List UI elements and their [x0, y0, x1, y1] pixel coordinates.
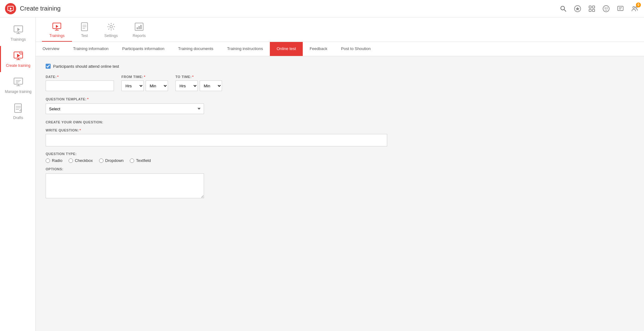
to-time-hrs-select[interactable]: Hrs — [175, 80, 198, 91]
smiley-icon[interactable] — [602, 4, 610, 13]
sidebar-item-drafts-label: Drafts — [13, 116, 23, 120]
chat-icon[interactable] — [616, 4, 625, 13]
nav-tab-participants-information[interactable]: Participants information — [116, 42, 171, 56]
nav-tab-training-information[interactable]: Training information — [66, 42, 115, 56]
from-time-field-group: FROM TIME:* Hrs Min — [121, 75, 168, 91]
radio-option-textfield[interactable]: Textfield — [130, 158, 151, 163]
question-type-group: QUESTION TYPE: Radio Checkbox Dropdown — [46, 152, 634, 163]
options-textarea[interactable] — [46, 173, 204, 198]
question-type-options: Radio Checkbox Dropdown Textfield — [46, 158, 634, 163]
tab-reports[interactable]: Reports — [125, 17, 153, 42]
from-time-row: Hrs Min — [121, 80, 168, 91]
question-template-group: QUESTION TEMPLATE:* Select — [46, 97, 634, 114]
tab-test-label: Test — [81, 34, 88, 38]
notification-badge: 0 — [636, 2, 641, 7]
main-content: Trainings Test Settings — [36, 17, 644, 331]
tab-trainings[interactable]: Trainings — [42, 17, 72, 42]
header-icons: 0 — [559, 4, 639, 13]
main-layout: Trainings Create training — [0, 17, 644, 331]
search-icon[interactable] — [559, 4, 568, 13]
radio-input-dropdown[interactable] — [99, 159, 103, 163]
attend-online-test-checkbox[interactable] — [46, 64, 51, 69]
radio-option-radio[interactable]: Radio — [46, 158, 62, 163]
page-title: Create training — [20, 5, 61, 12]
tab-settings-label: Settings — [104, 34, 118, 38]
svg-rect-53 — [140, 25, 142, 29]
star-badge-icon[interactable] — [573, 4, 582, 13]
nav-tab-online-test[interactable]: Online test — [270, 42, 303, 56]
checkbox-row: Participants should attend online test — [46, 64, 634, 69]
date-required: * — [57, 75, 59, 79]
svg-point-49 — [110, 25, 112, 28]
radio-option-radio-label: Radio — [52, 158, 62, 163]
create-own-section: CREATE YOUR OWN QUESTION: — [46, 120, 634, 124]
svg-rect-10 — [589, 9, 591, 11]
nav-tab-post-to-shoution[interactable]: Post to Shoution — [334, 42, 377, 56]
create-own-label: CREATE YOUR OWN QUESTION: — [46, 120, 634, 124]
svg-point-4 — [561, 6, 565, 10]
radio-input-checkbox[interactable] — [69, 159, 73, 163]
from-time-hrs-select[interactable]: Hrs — [121, 80, 144, 91]
app-logo — [5, 3, 16, 14]
sidebar-item-manage-training-label: Manage training — [5, 90, 31, 94]
to-time-label: TO TIME:* — [175, 75, 222, 79]
tab-test[interactable]: Test — [72, 17, 97, 42]
svg-rect-31 — [14, 78, 23, 84]
svg-rect-15 — [618, 6, 623, 11]
write-question-label: WRITE QUESTION:* — [46, 128, 634, 132]
to-time-field-group: TO TIME:* Hrs Min — [175, 75, 222, 91]
write-question-required: * — [79, 128, 81, 132]
radio-input-radio[interactable] — [46, 159, 50, 163]
to-time-row: Hrs Min — [175, 80, 222, 91]
users-icon[interactable]: 0 — [630, 4, 639, 13]
options-label: OPTIONS: — [46, 167, 634, 171]
question-template-label: QUESTION TEMPLATE:* — [46, 97, 634, 101]
from-time-required: * — [144, 75, 145, 79]
svg-rect-11 — [592, 9, 595, 11]
tab-settings[interactable]: Settings — [97, 17, 125, 42]
svg-marker-44 — [56, 25, 58, 28]
svg-rect-51 — [137, 27, 138, 29]
nav-tab-training-instructions[interactable]: Training instructions — [220, 42, 270, 56]
to-time-min-select[interactable]: Min — [200, 80, 222, 91]
from-time-label: FROM TIME:* — [121, 75, 168, 79]
svg-marker-23 — [17, 28, 20, 31]
svg-rect-9 — [592, 6, 595, 8]
svg-marker-27 — [17, 54, 20, 57]
radio-input-textfield[interactable] — [130, 159, 134, 163]
date-input[interactable] — [46, 80, 114, 91]
sidebar-item-manage-training[interactable]: Manage training — [0, 72, 35, 98]
sidebar-item-trainings[interactable]: Trainings — [0, 20, 35, 46]
from-time-min-select[interactable]: Min — [146, 80, 168, 91]
svg-point-18 — [633, 7, 635, 8]
question-template-required: * — [87, 97, 89, 101]
top-header: Create training — [0, 0, 644, 17]
svg-point-12 — [603, 6, 609, 12]
svg-marker-3 — [10, 7, 12, 10]
nav-tab-overview[interactable]: Overview — [36, 42, 66, 56]
radio-option-checkbox[interactable]: Checkbox — [69, 158, 93, 163]
sidebar: Trainings Create training — [0, 17, 36, 331]
svg-marker-7 — [576, 7, 580, 11]
nav-tab-feedback[interactable]: Feedback — [303, 42, 334, 56]
icon-tabs: Trainings Test Settings — [36, 17, 644, 42]
sidebar-item-drafts[interactable]: Drafts — [0, 98, 35, 124]
write-question-group: WRITE QUESTION:* — [46, 128, 634, 146]
date-time-row: DATE:* FROM TIME:* Hrs Min — [46, 75, 634, 91]
question-template-select[interactable]: Select — [46, 103, 204, 114]
to-time-required: * — [192, 75, 194, 79]
sidebar-item-trainings-label: Trainings — [11, 37, 26, 42]
write-question-input[interactable] — [46, 134, 387, 146]
radio-option-textfield-label: Textfield — [136, 158, 151, 163]
radio-option-dropdown[interactable]: Dropdown — [99, 158, 124, 163]
svg-rect-8 — [589, 6, 591, 8]
nav-tab-training-documents[interactable]: Training documents — [171, 42, 220, 56]
date-field-group: DATE:* — [46, 75, 114, 91]
frame-icon[interactable] — [587, 4, 596, 13]
tab-reports-label: Reports — [133, 34, 146, 38]
form-area: Participants should attend online test D… — [36, 56, 644, 331]
attend-online-test-label[interactable]: Participants should attend online test — [53, 64, 119, 69]
svg-line-5 — [564, 10, 566, 11]
svg-point-13 — [605, 8, 605, 8]
sidebar-item-create-training[interactable]: Create training — [0, 46, 35, 72]
